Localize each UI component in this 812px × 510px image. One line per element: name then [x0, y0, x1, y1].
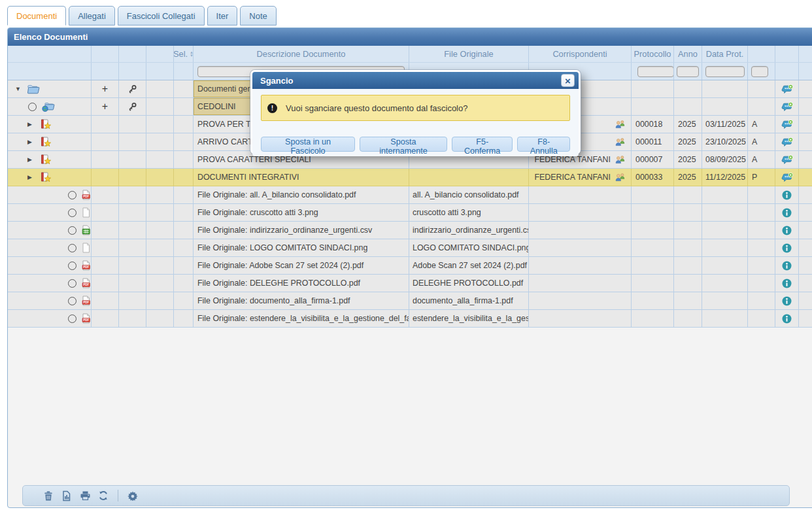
table-row[interactable]: PDFFile Originale: estendere_la_visibili…	[8, 310, 812, 328]
description-text: CEDOLINI	[197, 102, 236, 111]
collapse-arrow-icon[interactable]: ▼	[14, 86, 22, 92]
sposta-in-un-fascicolo-button[interactable]: Sposta in un Fascicolo	[261, 137, 355, 152]
table-row[interactable]: File Originale: indirizzario_ordinanze_u…	[8, 222, 812, 239]
comment-add-icon[interactable]	[781, 137, 793, 147]
table-row[interactable]: PDFFile Originale: DELEGHE PROTOCOLLO.pd…	[8, 275, 812, 292]
row-radio[interactable]	[68, 191, 76, 199]
column-header-key[interactable]	[119, 46, 146, 62]
refresh-icon[interactable]	[97, 490, 109, 502]
people-icon[interactable]	[615, 120, 626, 129]
people-icon[interactable]	[615, 137, 626, 146]
svg-text:PDF: PDF	[83, 301, 89, 304]
comment-add-icon[interactable]	[781, 102, 793, 112]
row-radio[interactable]	[68, 226, 76, 235]
gear-icon[interactable]	[127, 490, 139, 502]
key-icon[interactable]	[127, 102, 137, 112]
file-pdf-icon: PDF	[82, 278, 91, 288]
column-header-sel-label: Sel.	[174, 49, 188, 59]
filter-anno-input[interactable]	[677, 66, 699, 77]
comment-add-icon[interactable]	[781, 155, 793, 165]
comment-add-icon[interactable]	[781, 84, 793, 94]
sposta-internamente-button[interactable]: Sposta internamente	[360, 137, 447, 152]
protocol-date: 08/09/2025	[705, 155, 746, 164]
toolbar-separator	[118, 490, 118, 502]
column-header-filler	[799, 46, 812, 62]
close-icon[interactable]: ×	[561, 74, 575, 87]
table-row[interactable]: PDFFile Originale: Adobe Scan 27 set 202…	[8, 257, 812, 275]
column-header-descrizione[interactable]: Descrizione Documento	[194, 46, 409, 62]
column-header-tree	[8, 46, 92, 62]
filter-protocollo-input[interactable]	[637, 66, 674, 77]
info-icon[interactable]	[782, 208, 792, 218]
table-row[interactable]: PDFFile Originale: all. A_bilancio conso…	[8, 186, 812, 204]
expand-arrow-icon[interactable]: ▶	[26, 156, 33, 163]
info-icon[interactable]	[782, 279, 792, 288]
f8-annulla-button[interactable]: F8-Annulla	[517, 137, 570, 152]
tab-note[interactable]: Note	[240, 6, 276, 26]
file-csv-icon	[82, 225, 91, 235]
dialog-body: ! Vuoi sganciare questo documento dal fa…	[252, 89, 579, 156]
trash-icon[interactable]	[42, 490, 54, 502]
info-icon[interactable]	[782, 261, 792, 271]
table-row[interactable]: PDFFile Originale: documento_alla_firma-…	[8, 292, 812, 310]
description-text: File Originale: LOGO COMITATO SINDACI.pn…	[197, 243, 367, 252]
column-header-sel[interactable]: Sel. ▲▼	[174, 46, 194, 62]
protocol-type: A	[752, 155, 757, 164]
tab-documenti[interactable]: Documenti	[7, 6, 66, 26]
row-radio[interactable]	[68, 262, 76, 270]
column-header-protocollo[interactable]: Protocollo	[632, 46, 674, 62]
row-radio[interactable]	[68, 244, 76, 252]
tab-iter[interactable]: Iter	[207, 6, 238, 26]
table-row[interactable]: File Originale: LOGO COMITATO SINDACI.pn…	[8, 239, 812, 257]
description-text: File Originale: estendere_la_visibilita_…	[197, 314, 409, 323]
info-icon[interactable]	[782, 226, 792, 235]
doc-star-icon	[39, 154, 52, 165]
comment-add-icon[interactable]	[781, 120, 793, 129]
alert-message: Vuoi sganciare questo documento dal fasc…	[286, 103, 467, 113]
table-row[interactable]: ▶DOCUMENTI INTEGRATIVIFEDERICA TANFANI00…	[8, 169, 812, 186]
plus-icon[interactable]: +	[102, 84, 108, 94]
info-icon[interactable]	[782, 314, 792, 324]
comment-add-icon[interactable]	[781, 173, 793, 182]
filter-tipo-input[interactable]	[751, 66, 768, 77]
plus-icon[interactable]: +	[102, 101, 108, 112]
people-icon[interactable]	[615, 155, 626, 164]
column-header-add[interactable]	[92, 46, 119, 62]
expand-arrow-icon[interactable]: ▶	[26, 174, 33, 180]
alert-box: ! Vuoi sganciare questo documento dal fa…	[261, 95, 570, 121]
column-header-corrispondenti[interactable]: Corrispondenti	[529, 46, 632, 62]
row-radio[interactable]	[68, 297, 76, 305]
row-radio[interactable]	[68, 314, 76, 323]
column-header-file-originale[interactable]: File Originale	[409, 46, 529, 62]
tab-allegati[interactable]: Allegati	[69, 6, 115, 26]
dialog-title-bar[interactable]: Sgancio ×	[252, 72, 579, 89]
dialog-title: Sgancio	[252, 76, 294, 86]
expand-arrow-icon[interactable]: ▶	[26, 139, 33, 145]
info-icon[interactable]	[782, 243, 792, 253]
svg-text:PDF: PDF	[83, 265, 89, 269]
table-row[interactable]: File Originale: cruscotto atti 3.pngcrus…	[8, 204, 812, 222]
info-icon[interactable]	[782, 296, 792, 306]
svg-text:PDF: PDF	[83, 283, 89, 286]
tab-fascicoli-collegati[interactable]: Fascicoli Collegati	[118, 6, 205, 26]
info-icon[interactable]	[782, 190, 792, 200]
column-header-data-prot[interactable]: Data Prot.	[702, 46, 748, 62]
row-radio[interactable]	[28, 103, 37, 111]
f5-conferma-button[interactable]: F5-Conferma	[452, 137, 513, 152]
svg-text:PDF: PDF	[83, 195, 89, 198]
row-radio[interactable]	[68, 279, 76, 288]
description-text: DOCUMENTI INTEGRATIVI	[197, 173, 299, 182]
file-export-icon[interactable]	[61, 490, 73, 502]
filter-data-prot-input[interactable]	[705, 66, 745, 77]
key-icon[interactable]	[127, 84, 137, 94]
row-radio[interactable]	[68, 209, 76, 217]
printer-icon[interactable]	[79, 490, 91, 502]
file-name-text: estendere_la_visibilita_e_la_gestione_de…	[413, 314, 529, 323]
protocol-year: 2025	[678, 155, 696, 164]
column-header-anno[interactable]: Anno	[674, 46, 702, 62]
expand-arrow-icon[interactable]: ▶	[26, 121, 33, 128]
people-icon[interactable]	[615, 173, 626, 182]
description-text: File Originale: cruscotto atti 3.png	[197, 208, 318, 217]
protocol-number: 000011	[635, 137, 662, 146]
protocol-type: P	[752, 173, 757, 182]
